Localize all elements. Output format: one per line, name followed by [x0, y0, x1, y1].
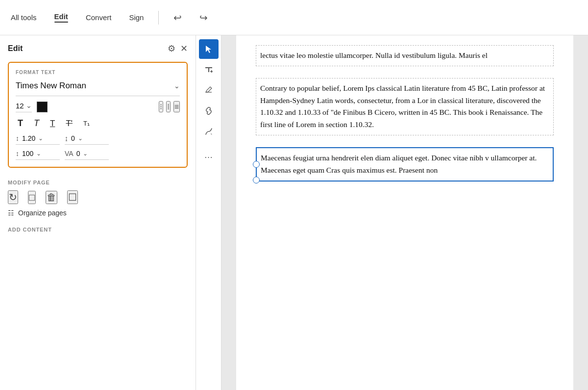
align-btn[interactable]: ≡ — [173, 101, 180, 112]
delete-page-btn[interactable]: 🗑 — [46, 191, 57, 204]
organize-pages-icon: ☷ — [8, 209, 14, 217]
toolbar-divider — [158, 11, 159, 25]
all-tools-btn[interactable]: All tools — [8, 11, 40, 24]
top-toolbar: All tools Edit Convert Sign ↩ ↪ — [0, 0, 588, 35]
line-spacing-control[interactable]: ↕ 1.20 ⌄ — [16, 134, 60, 145]
organize-pages-row[interactable]: ☷ Organize pages — [8, 209, 188, 217]
modify-icons-row: ↻ □ 🗑 ☐ — [8, 190, 188, 204]
text-block-2[interactable]: Contrary to popular belief, Lorem Ips cl… — [256, 78, 554, 135]
add-text-icon — [204, 65, 213, 74]
format-text-box: FORMAT TEXT Times New Roman ⌄ 12 ⌄ ⁝ ⁞ ≡ — [8, 62, 188, 168]
add-content-section: ADD CONTENT — [8, 227, 188, 233]
svg-rect-1 — [208, 67, 209, 72]
kerning-control[interactable]: VA 0 ⌄ — [65, 150, 109, 160]
document-area: lectus vitae leo molestie ullamcorper. N… — [221, 35, 588, 390]
link-btn[interactable] — [199, 101, 219, 121]
convert-btn[interactable]: Convert — [83, 11, 115, 24]
space-before-control[interactable]: ↨ 0 ⌄ — [65, 134, 109, 145]
left-panel: Edit ⚙ ✕ FORMAT TEXT Times New Roman ⌄ 1… — [0, 35, 196, 390]
space-before-value: 0 — [71, 134, 75, 142]
kerning-icon: VA — [65, 150, 74, 157]
organize-pages-label: Organize pages — [18, 209, 67, 217]
font-size-value: 12 — [16, 102, 24, 110]
line-spacing-value: 1.20 — [22, 134, 35, 142]
more-tools-btn[interactable]: … — [199, 145, 219, 165]
bold-btn[interactable]: T — [16, 117, 25, 130]
unordered-list-btn[interactable]: ⁝ — [159, 101, 163, 112]
add-text-btn[interactable] — [199, 60, 219, 79]
panel-header-actions: ⚙ ✕ — [168, 43, 188, 54]
panel-header: Edit ⚙ ✕ — [8, 43, 188, 54]
font-chevron-icon[interactable]: ⌄ — [174, 82, 180, 90]
kerning-value: 0 — [76, 150, 80, 157]
draw-btn[interactable] — [199, 122, 219, 141]
font-row: Times New Roman ⌄ — [16, 81, 180, 96]
format-text-label: FORMAT TEXT — [16, 70, 180, 75]
svg-rect-3 — [211, 70, 212, 73]
ordered-list-btn[interactable]: ⁞ — [166, 101, 171, 112]
edit-text-btn[interactable] — [199, 80, 219, 100]
insert-page-btn[interactable]: ☐ — [67, 190, 78, 204]
tool-rail: … — [196, 35, 221, 390]
modify-section: MODIFY PAGE ↻ □ 🗑 ☐ ☷ Organize pages — [8, 180, 188, 217]
modify-page-label: MODIFY PAGE — [8, 180, 188, 185]
italic-btn[interactable]: T — [32, 117, 41, 130]
font-size-control[interactable]: 12 ⌄ — [16, 102, 32, 112]
color-picker[interactable] — [37, 102, 48, 112]
pencil-icon — [204, 86, 213, 95]
spacing-row: ↕ 1.20 ⌄ ↨ 0 ⌄ — [16, 134, 180, 145]
undo-btn[interactable]: ↩ — [171, 10, 185, 26]
main-content: Edit ⚙ ✕ FORMAT TEXT Times New Roman ⌄ 1… — [0, 35, 588, 390]
strikethrough-btn[interactable]: T' — [64, 118, 74, 130]
list-icons: ⁝ ⁞ ≡ — [159, 101, 180, 112]
style-row: T T T T' T₁ — [16, 117, 180, 130]
close-btn[interactable]: ✕ — [180, 43, 188, 54]
edit-btn[interactable]: Edit — [51, 10, 71, 25]
scale-icon: ↕ — [16, 150, 19, 157]
extract-page-btn[interactable]: □ — [28, 191, 36, 204]
cursor-tool-btn[interactable] — [199, 39, 219, 59]
size-chevron-icon[interactable]: ⌄ — [26, 102, 32, 109]
scale-chevron[interactable]: ⌄ — [36, 150, 41, 157]
doc-page: lectus vitae leo molestie ullamcorper. N… — [236, 35, 573, 390]
link-icon — [204, 106, 213, 115]
size-color-row: 12 ⌄ ⁝ ⁞ ≡ — [16, 101, 180, 112]
scale-row: ↕ 100 ⌄ VA 0 ⌄ — [16, 150, 180, 160]
text-block-1[interactable]: lectus vitae leo molestie ullamcorper. N… — [256, 45, 554, 66]
scale-value: 100 — [22, 150, 33, 157]
space-before-icon: ↨ — [65, 134, 68, 142]
add-content-label: ADD CONTENT — [8, 227, 188, 233]
scale-control[interactable]: ↕ 100 ⌄ — [16, 150, 60, 160]
underline-btn[interactable]: T — [48, 118, 57, 130]
font-name-display: Times New Roman — [16, 81, 86, 91]
rotate-page-btn[interactable]: ↻ — [8, 190, 18, 204]
space-before-chevron[interactable]: ⌄ — [78, 135, 83, 142]
redo-btn[interactable]: ↪ — [196, 10, 211, 26]
sign-btn[interactable]: Sign — [126, 11, 147, 24]
kerning-chevron[interactable]: ⌄ — [83, 150, 88, 157]
line-spacing-icon: ↕ — [16, 134, 19, 142]
draw-icon — [204, 127, 213, 136]
panel-title: Edit — [8, 44, 23, 53]
text-block-3[interactable]: Maecenas feugiat urna hendrerit elen dia… — [256, 147, 554, 182]
settings-btn[interactable]: ⚙ — [168, 43, 175, 54]
line-spacing-chevron[interactable]: ⌄ — [38, 135, 43, 142]
subscript-btn[interactable]: T₁ — [81, 119, 92, 128]
cursor-icon — [204, 45, 213, 53]
